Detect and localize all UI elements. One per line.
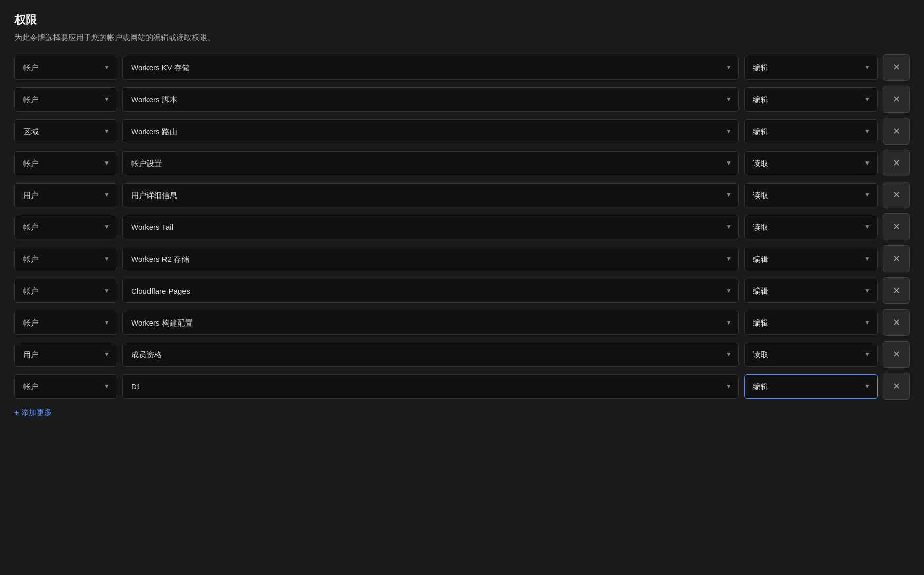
delete-row-button[interactable]: ✕ — [883, 86, 910, 113]
scope-select[interactable]: 帐户区域用户 — [14, 87, 117, 112]
permission-level-select[interactable]: 编辑读取 — [744, 247, 878, 271]
resource-select[interactable]: Workers KV 存储Workers 脚本Workers 路由帐户设置用户详… — [122, 183, 739, 207]
permission-level-select[interactable]: 编辑读取 — [744, 279, 878, 303]
resource-select[interactable]: Workers KV 存储Workers 脚本Workers 路由帐户设置用户详… — [122, 87, 739, 112]
page-container: 权限 为此令牌选择要应用于您的帐户或网站的编辑或读取权限。 帐户区域用户▼Wor… — [14, 12, 910, 423]
delete-row-button[interactable]: ✕ — [883, 245, 910, 272]
resource-select-wrapper: Workers KV 存储Workers 脚本Workers 路由帐户设置用户详… — [122, 87, 739, 112]
permission-select-wrapper: 编辑读取▼ — [744, 374, 878, 399]
scope-select[interactable]: 帐户区域用户 — [14, 311, 117, 335]
scope-select-wrapper: 帐户区域用户▼ — [14, 87, 117, 112]
resource-select[interactable]: Workers KV 存储Workers 脚本Workers 路由帐户设置用户详… — [122, 56, 739, 80]
delete-row-button[interactable]: ✕ — [883, 373, 910, 400]
permission-select-wrapper: 编辑读取▼ — [744, 87, 878, 112]
resource-select[interactable]: Workers KV 存储Workers 脚本Workers 路由帐户设置用户详… — [122, 374, 739, 399]
resource-select-wrapper: Workers KV 存储Workers 脚本Workers 路由帐户设置用户详… — [122, 247, 739, 271]
resource-select-wrapper: Workers KV 存储Workers 脚本Workers 路由帐户设置用户详… — [122, 151, 739, 175]
scope-select-wrapper: 帐户区域用户▼ — [14, 119, 117, 143]
resource-select-wrapper: Workers KV 存储Workers 脚本Workers 路由帐户设置用户详… — [122, 374, 739, 399]
delete-row-button[interactable]: ✕ — [883, 54, 910, 81]
scope-select-wrapper: 帐户区域用户▼ — [14, 311, 117, 335]
permission-row: 帐户区域用户▼Workers KV 存储Workers 脚本Workers 路由… — [14, 54, 910, 81]
resource-select-wrapper: Workers KV 存储Workers 脚本Workers 路由帐户设置用户详… — [122, 311, 739, 335]
permission-row: 帐户区域用户▼Workers KV 存储Workers 脚本Workers 路由… — [14, 213, 910, 240]
scope-select[interactable]: 帐户区域用户 — [14, 119, 117, 143]
scope-select[interactable]: 帐户区域用户 — [14, 215, 117, 239]
scope-select[interactable]: 帐户区域用户 — [14, 279, 117, 303]
resource-select[interactable]: Workers KV 存储Workers 脚本Workers 路由帐户设置用户详… — [122, 343, 739, 367]
permission-row: 帐户区域用户▼Workers KV 存储Workers 脚本Workers 路由… — [14, 341, 910, 368]
scope-select[interactable]: 帐户区域用户 — [14, 374, 117, 399]
permission-select-wrapper: 编辑读取▼ — [744, 343, 878, 367]
permission-select-wrapper: 编辑读取▼ — [744, 311, 878, 335]
permission-level-select[interactable]: 编辑读取 — [744, 343, 878, 367]
resource-select-wrapper: Workers KV 存储Workers 脚本Workers 路由帐户设置用户详… — [122, 183, 739, 207]
permission-select-wrapper: 编辑读取▼ — [744, 56, 878, 80]
scope-select[interactable]: 帐户区域用户 — [14, 247, 117, 271]
scope-select-wrapper: 帐户区域用户▼ — [14, 374, 117, 399]
permission-select-wrapper: 编辑读取▼ — [744, 279, 878, 303]
permission-row: 帐户区域用户▼Workers KV 存储Workers 脚本Workers 路由… — [14, 245, 910, 272]
permission-level-select[interactable]: 编辑读取 — [744, 215, 878, 239]
permission-select-wrapper: 编辑读取▼ — [744, 151, 878, 175]
resource-select-wrapper: Workers KV 存储Workers 脚本Workers 路由帐户设置用户详… — [122, 279, 739, 303]
permission-row: 帐户区域用户▼Workers KV 存储Workers 脚本Workers 路由… — [14, 277, 910, 304]
resource-select[interactable]: Workers KV 存储Workers 脚本Workers 路由帐户设置用户详… — [122, 151, 739, 175]
scope-select[interactable]: 帐户区域用户 — [14, 151, 117, 175]
permissions-list: 帐户区域用户▼Workers KV 存储Workers 脚本Workers 路由… — [14, 54, 910, 400]
permission-row: 帐户区域用户▼Workers KV 存储Workers 脚本Workers 路由… — [14, 373, 910, 400]
resource-select[interactable]: Workers KV 存储Workers 脚本Workers 路由帐户设置用户详… — [122, 247, 739, 271]
permission-select-wrapper: 编辑读取▼ — [744, 183, 878, 207]
delete-row-button[interactable]: ✕ — [883, 213, 910, 240]
permission-row: 帐户区域用户▼Workers KV 存储Workers 脚本Workers 路由… — [14, 150, 910, 176]
permission-row: 帐户区域用户▼Workers KV 存储Workers 脚本Workers 路由… — [14, 182, 910, 208]
scope-select-wrapper: 帐户区域用户▼ — [14, 279, 117, 303]
scope-select-wrapper: 帐户区域用户▼ — [14, 343, 117, 367]
resource-select[interactable]: Workers KV 存储Workers 脚本Workers 路由帐户设置用户详… — [122, 215, 739, 239]
resource-select-wrapper: Workers KV 存储Workers 脚本Workers 路由帐户设置用户详… — [122, 343, 739, 367]
delete-row-button[interactable]: ✕ — [883, 150, 910, 176]
delete-row-button[interactable]: ✕ — [883, 118, 910, 145]
delete-row-button[interactable]: ✕ — [883, 341, 910, 368]
resource-select-wrapper: Workers KV 存储Workers 脚本Workers 路由帐户设置用户详… — [122, 119, 739, 143]
resource-select[interactable]: Workers KV 存储Workers 脚本Workers 路由帐户设置用户详… — [122, 119, 739, 143]
permission-level-select[interactable]: 编辑读取 — [744, 311, 878, 335]
add-more-button[interactable]: + 添加更多 — [14, 403, 52, 423]
resource-select[interactable]: Workers KV 存储Workers 脚本Workers 路由帐户设置用户详… — [122, 311, 739, 335]
scope-select[interactable]: 帐户区域用户 — [14, 183, 117, 207]
scope-select[interactable]: 帐户区域用户 — [14, 343, 117, 367]
delete-row-button[interactable]: ✕ — [883, 182, 910, 208]
scope-select-wrapper: 帐户区域用户▼ — [14, 56, 117, 80]
page-description: 为此令牌选择要应用于您的帐户或网站的编辑或读取权限。 — [14, 33, 910, 43]
permission-select-wrapper: 编辑读取▼ — [744, 215, 878, 239]
resource-select[interactable]: Workers KV 存储Workers 脚本Workers 路由帐户设置用户详… — [122, 279, 739, 303]
scope-select[interactable]: 帐户区域用户 — [14, 56, 117, 80]
permission-level-select[interactable]: 编辑读取 — [744, 119, 878, 143]
permission-level-select[interactable]: 编辑读取 — [744, 183, 878, 207]
delete-row-button[interactable]: ✕ — [883, 309, 910, 336]
scope-select-wrapper: 帐户区域用户▼ — [14, 151, 117, 175]
permission-level-select[interactable]: 编辑读取 — [744, 374, 878, 399]
delete-row-button[interactable]: ✕ — [883, 277, 910, 304]
permission-row: 帐户区域用户▼Workers KV 存储Workers 脚本Workers 路由… — [14, 309, 910, 336]
scope-select-wrapper: 帐户区域用户▼ — [14, 247, 117, 271]
permission-level-select[interactable]: 编辑读取 — [744, 56, 878, 80]
permission-select-wrapper: 编辑读取▼ — [744, 247, 878, 271]
page-title: 权限 — [14, 12, 910, 28]
scope-select-wrapper: 帐户区域用户▼ — [14, 183, 117, 207]
permission-row: 帐户区域用户▼Workers KV 存储Workers 脚本Workers 路由… — [14, 118, 910, 145]
permission-level-select[interactable]: 编辑读取 — [744, 87, 878, 112]
permission-row: 帐户区域用户▼Workers KV 存储Workers 脚本Workers 路由… — [14, 86, 910, 113]
resource-select-wrapper: Workers KV 存储Workers 脚本Workers 路由帐户设置用户详… — [122, 215, 739, 239]
scope-select-wrapper: 帐户区域用户▼ — [14, 215, 117, 239]
permission-select-wrapper: 编辑读取▼ — [744, 119, 878, 143]
permission-level-select[interactable]: 编辑读取 — [744, 151, 878, 175]
resource-select-wrapper: Workers KV 存储Workers 脚本Workers 路由帐户设置用户详… — [122, 56, 739, 80]
